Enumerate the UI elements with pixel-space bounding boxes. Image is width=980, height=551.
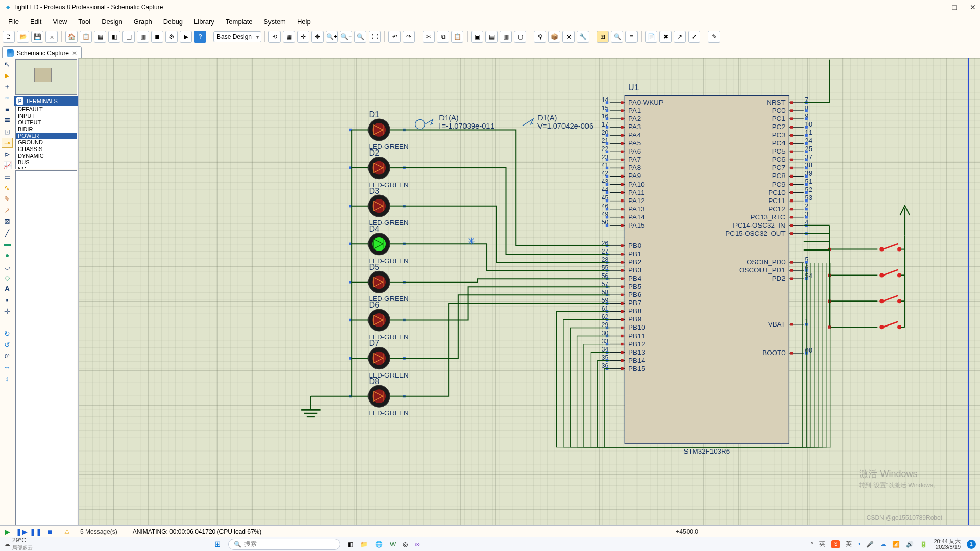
tray-lang[interactable]: 英 <box>819 540 825 548</box>
exit-sheet-button[interactable]: ↗ <box>674 31 686 43</box>
property-button[interactable]: ≡ <box>625 31 638 43</box>
paste-button[interactable]: 📋 <box>451 31 463 43</box>
tray-cloud-icon[interactable]: ☁ <box>880 541 886 548</box>
taskview-button[interactable]: ◧ <box>348 541 353 548</box>
block-copy-button[interactable]: ▣ <box>471 31 483 43</box>
terminal-item[interactable]: DEFAULT <box>16 106 77 113</box>
path-tool[interactable]: ◇ <box>2 272 13 283</box>
terminal-item[interactable]: INPUT <box>16 113 77 119</box>
edit-button[interactable]: ✎ <box>708 31 720 43</box>
line-tool[interactable]: ╱ <box>2 228 13 238</box>
menu-debug[interactable]: Debug <box>158 17 188 27</box>
terminal-item[interactable]: DYNAMIC <box>16 153 77 159</box>
zoom-in-button[interactable]: 🔍+ <box>326 31 338 43</box>
virtual-instrument-tool[interactable]: ⊠ <box>2 216 13 227</box>
tray-battery-icon[interactable]: 🔋 <box>920 541 927 548</box>
graph-tool[interactable]: 📈 <box>2 160 13 170</box>
sogou-icon[interactable]: S <box>831 540 840 548</box>
flip-h-button[interactable]: ↔ <box>2 362 13 372</box>
rotate-cw-button[interactable]: ↻ <box>2 329 13 339</box>
menu-tool[interactable]: Tool <box>73 17 95 27</box>
voltage-probe-tool[interactable]: ✎ <box>2 194 13 204</box>
home-button[interactable]: 🏠 <box>65 31 78 43</box>
tab-schematic[interactable]: Schematic Capture ✕ <box>2 46 82 59</box>
text-script-tool[interactable]: ≡ <box>2 104 13 114</box>
word-button[interactable]: W <box>390 541 396 548</box>
gerber-button[interactable]: ◫ <box>122 31 135 43</box>
device-pin-tool[interactable]: ⊳ <box>2 149 13 159</box>
cut-button[interactable]: ✂ <box>423 31 435 43</box>
tray-volume-icon[interactable]: 🔊 <box>906 541 914 548</box>
code-button[interactable]: ⚙ <box>165 31 178 43</box>
pause-button[interactable]: ❚❚ <box>30 527 41 536</box>
circle-tool[interactable]: ● <box>2 250 13 260</box>
block-move-button[interactable]: ▤ <box>485 31 498 43</box>
redo-button[interactable]: ↷ <box>403 31 415 43</box>
close-button[interactable]: ✕ <box>970 3 976 11</box>
text-tool[interactable]: A <box>2 284 13 294</box>
tools-button[interactable]: 🔧 <box>577 31 589 43</box>
stop-button[interactable]: ■ <box>44 527 56 536</box>
menu-graph[interactable]: Graph <box>129 17 157 27</box>
flip-v-button[interactable]: ↕ <box>2 373 13 384</box>
3d-button[interactable]: ◧ <box>108 31 120 43</box>
decompose-button[interactable]: ⚒ <box>562 31 575 43</box>
tray-mic-icon[interactable]: 🎤 <box>866 541 874 548</box>
menu-help[interactable]: Help <box>292 17 316 27</box>
new-button[interactable]: 🗋 <box>3 31 15 43</box>
menu-template[interactable]: Template <box>220 17 258 27</box>
maximize-button[interactable]: □ <box>952 3 957 11</box>
design-combo[interactable]: Base Design <box>213 31 261 42</box>
explorer-button[interactable]: 📁 <box>360 541 368 548</box>
tape-tool[interactable]: ▭ <box>2 171 13 182</box>
menu-view[interactable]: View <box>47 17 72 27</box>
vs-button[interactable]: ∞ <box>415 541 420 548</box>
terminal-item[interactable]: BIDIR <box>16 126 77 133</box>
pan-button[interactable]: ✥ <box>311 31 324 43</box>
pick-button[interactable]: ⚲ <box>534 31 546 43</box>
overview-panel[interactable] <box>15 59 77 95</box>
start-button[interactable]: ⊞ <box>214 539 221 549</box>
terminal-item[interactable]: POWER <box>16 133 77 139</box>
minimize-button[interactable]: — <box>932 3 939 11</box>
box-tool[interactable]: ▬ <box>2 239 13 249</box>
excel-button[interactable]: ▥ <box>137 31 149 43</box>
app1-button[interactable]: ◎ <box>403 541 408 548</box>
current-probe-tool[interactable]: ↗ <box>2 205 13 215</box>
terminal-item[interactable]: GROUND <box>16 139 77 146</box>
menu-library[interactable]: Library <box>189 17 219 27</box>
menu-design[interactable]: Design <box>96 17 127 27</box>
terminal-item[interactable]: NC <box>16 166 77 169</box>
menu-file[interactable]: File <box>3 17 24 27</box>
terminal-item[interactable]: BUS <box>16 159 77 166</box>
tray-ime[interactable]: 英 <box>846 540 852 548</box>
menu-system[interactable]: System <box>259 17 291 27</box>
undo-button[interactable]: ↶ <box>388 31 401 43</box>
label-tool[interactable]: ⎓ <box>2 93 13 103</box>
terminal-item[interactable]: CHASSIS <box>16 146 77 153</box>
del-sheet-button[interactable]: ✖ <box>659 31 672 43</box>
schematic-button[interactable]: 📋 <box>80 31 92 43</box>
terminal-item[interactable]: OUTPUT <box>16 119 77 126</box>
select-tool[interactable]: ↖ <box>2 59 13 69</box>
taskbar-search[interactable]: 🔍 搜索 <box>228 539 340 550</box>
tray-extra1[interactable]: • <box>858 541 860 548</box>
open-button[interactable]: 📂 <box>17 31 29 43</box>
terminal-tool[interactable]: ⊸ <box>2 138 13 148</box>
arc-tool[interactable]: ◡ <box>2 261 13 271</box>
block-delete-button[interactable]: ▢ <box>514 31 526 43</box>
junction-tool[interactable]: ＋ <box>2 82 13 92</box>
subcircuit-tool[interactable]: ⊡ <box>2 127 13 137</box>
terminals-list[interactable]: DEFAULTINPUTOUTPUTBIDIRPOWERGROUNDCHASSI… <box>15 106 77 169</box>
zoom-sheet-button[interactable]: ⤢ <box>688 31 700 43</box>
zoom-area-button[interactable]: ⛶ <box>369 31 381 43</box>
symbol-tool[interactable]: ▪ <box>2 295 13 305</box>
canvas[interactable]: U1STM32F103R614PA0-WKUP15PA116PA217PA320… <box>79 58 980 527</box>
block-rotate-button[interactable]: ▥ <box>500 31 512 43</box>
help-button[interactable]: ? <box>194 31 206 43</box>
play1-button[interactable]: ▶ <box>180 31 192 43</box>
save-button[interactable]: 💾 <box>31 31 43 43</box>
tray-wifi-icon[interactable]: 📶 <box>892 541 900 548</box>
wire-auto-button[interactable]: ⊞ <box>597 31 609 43</box>
weather-widget[interactable]: ☁ 29°C局部多云 <box>4 537 33 551</box>
